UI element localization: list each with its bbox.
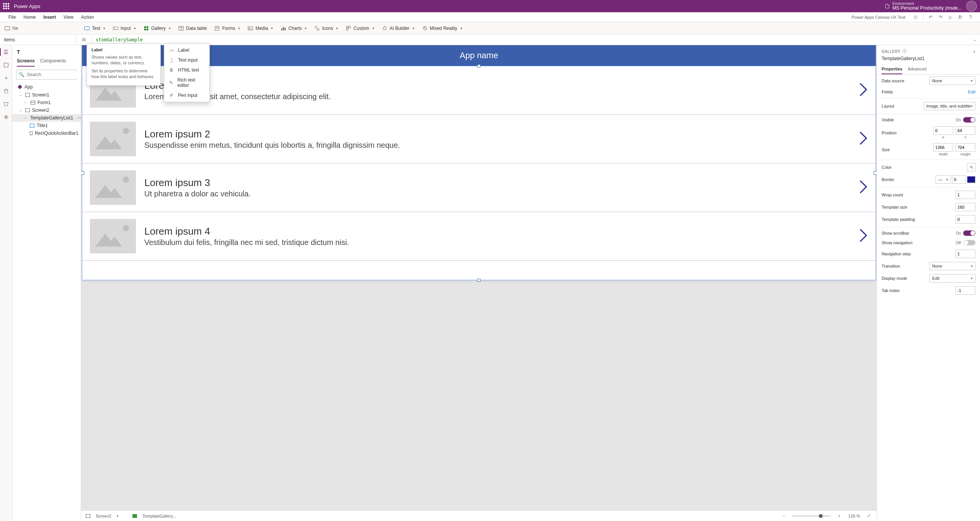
zoom-out-icon[interactable]: − xyxy=(781,514,786,518)
dropdown-textinput[interactable]: ⌶Text input xyxy=(164,55,209,65)
info-icon[interactable]: ⓘ xyxy=(903,49,907,54)
menu-home[interactable]: Home xyxy=(20,12,39,22)
app-launcher-icon[interactable] xyxy=(3,3,9,9)
collapse-icon[interactable]: › xyxy=(973,48,975,54)
svg-rect-6 xyxy=(144,28,145,30)
pos-y-input[interactable] xyxy=(956,126,975,135)
color-picker-icon[interactable]: ✎ xyxy=(967,163,975,171)
tree-node-title1[interactable]: Title1 xyxy=(12,122,81,129)
rail-tree-icon[interactable]: ☰ xyxy=(2,48,10,56)
tree-search[interactable]: 🔍 xyxy=(16,70,77,80)
toolbar-gallery[interactable]: Gallery▾ xyxy=(140,22,175,34)
tree-node-screen1[interactable]: ⌄Screen1 xyxy=(12,91,81,99)
label-tooltip: Label Shows values such as text, numbers… xyxy=(87,43,161,86)
chevron-right-icon[interactable] xyxy=(859,228,868,245)
toolbar-datatable[interactable]: Data table xyxy=(175,22,211,34)
svg-rect-23 xyxy=(346,28,348,30)
property-selector[interactable]: Items xyxy=(0,34,77,45)
toolbar-custom[interactable]: Custom▾ xyxy=(342,22,378,34)
formula-expand-icon[interactable]: ⌄ xyxy=(969,38,980,42)
template-padding-input[interactable] xyxy=(956,215,975,224)
dropdown-htmltext[interactable]: 🗎HTML text xyxy=(164,65,209,75)
tab-components[interactable]: Components xyxy=(40,58,66,67)
gallery-item[interactable]: Lorem ipsum 4Vestibulum dui felis, fring… xyxy=(82,212,875,261)
help-icon[interactable]: ? xyxy=(965,12,975,22)
status-screen[interactable]: Screen2 xyxy=(96,514,111,518)
dropdown-peninput[interactable]: ✐Pen input xyxy=(164,90,209,100)
rail-insert-icon[interactable] xyxy=(2,61,10,69)
tree-node-form1[interactable]: ›Form1 xyxy=(12,99,81,106)
tab-index-input[interactable] xyxy=(956,286,975,295)
image-placeholder-icon xyxy=(90,219,136,253)
navigation-toggle[interactable] xyxy=(963,240,975,245)
height-input[interactable] xyxy=(956,143,975,152)
redo-icon[interactable]: ↷ xyxy=(936,12,946,22)
visible-toggle[interactable] xyxy=(963,117,975,122)
properties-panel: GALLERYⓘ› TemplateGalleryList1 Propertie… xyxy=(877,45,980,521)
status-control[interactable]: TemplateGallery... xyxy=(142,514,176,518)
tree-app-node[interactable]: App xyxy=(12,83,81,91)
undo-icon[interactable]: ↶ xyxy=(926,12,936,22)
control-name[interactable]: TemplateGalleryList1 xyxy=(877,54,980,64)
zoom-slider[interactable] xyxy=(792,516,830,516)
chevron-right-icon[interactable] xyxy=(859,131,868,147)
display-mode-select[interactable]: Edit▾ xyxy=(929,274,975,283)
width-input[interactable] xyxy=(933,143,953,152)
resize-handle[interactable] xyxy=(477,279,480,282)
dropdown-label[interactable]: ▭Label xyxy=(164,45,209,55)
rail-media-icon[interactable] xyxy=(2,100,10,108)
tab-properties[interactable]: Properties xyxy=(882,64,902,74)
tab-advanced[interactable]: Advanced xyxy=(908,64,926,74)
rail-data-icon[interactable] xyxy=(2,87,10,95)
pos-x-input[interactable] xyxy=(933,126,953,135)
border-style-select[interactable]: —▾ xyxy=(936,175,951,184)
menu-action[interactable]: Action xyxy=(77,12,98,22)
menu-insert[interactable]: Insert xyxy=(39,12,60,22)
label-icon: ▭ xyxy=(169,47,174,53)
toolbar-media[interactable]: Media▾ xyxy=(244,22,277,34)
tree-node-screen2[interactable]: ⌄Screen2 xyxy=(12,106,81,114)
data-source-select[interactable]: None▾ xyxy=(929,77,975,85)
search-input[interactable] xyxy=(27,72,84,77)
app-checker-icon[interactable]: ✓⃝ xyxy=(911,12,921,22)
toolbar-text[interactable]: Text▾ xyxy=(80,22,109,34)
tab-screens[interactable]: Screens xyxy=(17,58,35,67)
share-icon[interactable] xyxy=(956,12,965,22)
dropdown-richtext[interactable]: ✎Rich text editor xyxy=(164,75,209,90)
menu-view[interactable]: View xyxy=(60,12,77,22)
gallery-icon xyxy=(132,514,137,518)
transition-select[interactable]: None▾ xyxy=(929,262,975,270)
zoom-in-icon[interactable]: ＋ xyxy=(836,513,843,519)
menu-file[interactable]: File xyxy=(5,12,20,22)
preview-icon[interactable]: ▷ xyxy=(946,12,956,22)
template-size-input[interactable] xyxy=(956,203,975,211)
wrap-count-input[interactable] xyxy=(956,191,975,199)
chevron-right-icon[interactable] xyxy=(859,82,868,99)
gallery-item[interactable]: Lorem ipsum 2Suspendisse enim metus, tin… xyxy=(82,115,875,163)
formula-input[interactable]: stomGallerySample xyxy=(92,34,969,45)
border-color-swatch[interactable] xyxy=(967,176,975,183)
rail-advanced-icon[interactable] xyxy=(2,113,10,121)
rail-add-icon[interactable]: ＋ xyxy=(2,74,10,82)
tree-node-templategallery[interactable]: ›TemplateGalleryList1⋯ xyxy=(12,114,81,122)
chevron-right-icon[interactable] xyxy=(859,179,868,196)
new-screen-partial[interactable]: Ne xyxy=(4,26,80,31)
fit-icon[interactable]: ⤢ xyxy=(866,513,872,518)
toolbar-aibuilder[interactable]: AI Builder▾ xyxy=(378,22,418,34)
insert-toolbar: Ne Text▾ Input▾ Gallery▾ Data table Form… xyxy=(0,22,980,34)
border-width-input[interactable] xyxy=(952,175,966,184)
gallery-item[interactable]: Lorem ipsum 3Ut pharetra a dolor ac vehi… xyxy=(82,163,875,212)
layout-select[interactable]: Image, title, and subtitle▾ xyxy=(924,102,975,110)
edit-fields-link[interactable]: Edit xyxy=(968,90,975,94)
environment-picker[interactable]: Environment MS Personal Productivity (ms… xyxy=(892,2,962,11)
user-avatar[interactable] xyxy=(966,1,977,11)
scrollbar-toggle[interactable] xyxy=(963,230,975,236)
tree-node-rect[interactable]: RectQuickActionBar1 xyxy=(12,129,81,137)
toolbar-forms[interactable]: Forms▾ xyxy=(211,22,244,34)
toolbar-charts[interactable]: Charts▾ xyxy=(277,22,310,34)
toolbar-icons[interactable]: Icons▾ xyxy=(310,22,342,34)
nav-step-input[interactable] xyxy=(956,250,975,258)
toolbar-mixedreality[interactable]: Mixed Reality▾ xyxy=(418,22,466,34)
svg-rect-22 xyxy=(349,26,350,28)
toolbar-input[interactable]: Input▾ xyxy=(109,22,140,34)
